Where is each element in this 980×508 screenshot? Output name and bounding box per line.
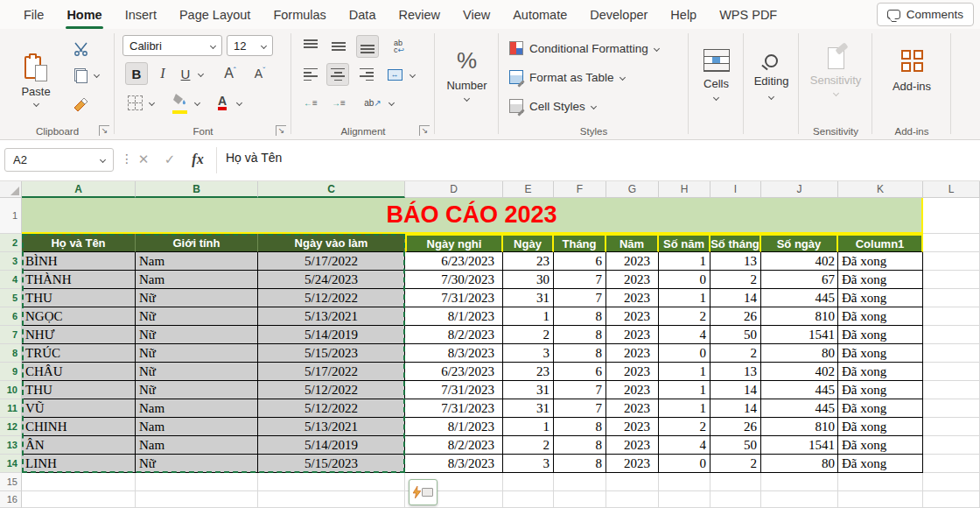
cell-D13[interactable]: 8/2/2023: [405, 436, 503, 455]
cell-E12[interactable]: 1: [503, 418, 554, 436]
cell-B6[interactable]: Nữ: [136, 307, 258, 326]
orientation-button[interactable]: ab↗: [361, 93, 384, 112]
cell-L2[interactable]: [923, 234, 980, 252]
cell-K9[interactable]: Đã xong: [838, 363, 923, 381]
row-header-10[interactable]: 10: [0, 381, 22, 399]
cell-L15[interactable]: [923, 473, 980, 491]
cell-I3[interactable]: 13: [710, 252, 761, 271]
underline-button[interactable]: U: [176, 62, 195, 85]
cell-E11[interactable]: 31: [503, 399, 554, 418]
cell-J13[interactable]: 1541: [761, 436, 838, 455]
col-header-F[interactable]: F: [554, 181, 606, 198]
cell-H8[interactable]: 0: [659, 344, 710, 363]
header-cell-K[interactable]: Column1: [838, 234, 923, 252]
cell-J11[interactable]: 445: [761, 399, 838, 418]
header-cell-D[interactable]: Ngày nghỉ: [405, 234, 503, 252]
cell-D12[interactable]: 8/1/2023: [405, 418, 503, 436]
cell-A9[interactable]: CHÂU: [22, 363, 136, 381]
cell-I16[interactable]: [710, 491, 761, 508]
cell-A11[interactable]: VŨ: [22, 399, 136, 418]
cell-B13[interactable]: Nam: [136, 436, 258, 455]
cell-A8[interactable]: TRÚC: [22, 344, 136, 363]
cell-G3[interactable]: 2023: [606, 252, 659, 271]
row-header-9[interactable]: 9: [0, 363, 22, 381]
orientation-chevron-icon[interactable]: [388, 100, 395, 106]
bold-button[interactable]: B: [125, 62, 148, 85]
col-header-J[interactable]: J: [761, 181, 838, 198]
cell-I5[interactable]: 14: [710, 289, 761, 307]
cell-C3[interactable]: 5/17/2022: [258, 252, 405, 271]
name-box[interactable]: A2: [4, 148, 114, 172]
cells-button[interactable]: Cells: [689, 36, 744, 113]
font-name-select[interactable]: Calibri: [122, 35, 222, 56]
cell-L11[interactable]: [923, 399, 980, 418]
cell-C4[interactable]: 5/24/2023: [258, 271, 405, 289]
cell-A16[interactable]: [22, 491, 136, 508]
row-header-16[interactable]: 16: [0, 491, 22, 508]
col-header-D[interactable]: D: [405, 181, 503, 198]
cell-F5[interactable]: 7: [554, 289, 606, 307]
cell-I14[interactable]: 2: [710, 455, 761, 473]
cell-I15[interactable]: [710, 473, 761, 491]
cell-J14[interactable]: 80: [761, 455, 838, 473]
number-format-button[interactable]: % Number: [435, 34, 499, 113]
addins-button[interactable]: Add-ins: [879, 36, 944, 106]
cell-A14[interactable]: LINH: [22, 455, 136, 473]
decrease-font-button[interactable]: Aˇ: [248, 62, 272, 85]
cell-H6[interactable]: 2: [659, 307, 710, 326]
row-header-12[interactable]: 12: [0, 418, 22, 436]
cell-H12[interactable]: 2: [659, 418, 710, 436]
header-cell-H[interactable]: Số năm: [659, 234, 710, 252]
top-align-button[interactable]: [300, 37, 321, 56]
cell-E8[interactable]: 3: [503, 344, 554, 363]
cell-J7[interactable]: 1541: [761, 326, 838, 344]
cell-K15[interactable]: [838, 473, 923, 491]
cell-K12[interactable]: Đã xong: [838, 418, 923, 436]
cell-J8[interactable]: 80: [761, 344, 838, 363]
row-header-8[interactable]: 8: [0, 344, 22, 363]
cell-F3[interactable]: 6: [554, 252, 606, 271]
format-as-table-button[interactable]: Format as Table: [509, 67, 625, 87]
borders-chevron-icon[interactable]: [149, 100, 155, 106]
cell-J4[interactable]: 67: [761, 271, 838, 289]
cell-C9[interactable]: 5/17/2022: [258, 363, 405, 381]
cell-C11[interactable]: 5/12/2022: [258, 399, 405, 418]
wrap-text-button[interactable]: abc↩: [388, 35, 410, 58]
comments-button[interactable]: Comments: [877, 3, 974, 26]
cancel-button[interactable]: ✕: [133, 149, 154, 170]
cell-J12[interactable]: 810: [761, 418, 838, 436]
cell-J3[interactable]: 402: [761, 252, 838, 271]
cell-K16[interactable]: [838, 491, 923, 508]
cell-I10[interactable]: 14: [710, 381, 761, 399]
cell-F9[interactable]: 6: [554, 363, 606, 381]
copy-button[interactable]: [70, 66, 91, 85]
cell-I13[interactable]: 50: [710, 436, 761, 455]
cell-E10[interactable]: 31: [503, 381, 554, 399]
col-header-B[interactable]: B: [136, 181, 258, 198]
cell-J9[interactable]: 402: [761, 363, 838, 381]
cell-G5[interactable]: 2023: [606, 289, 659, 307]
merge-chevron-icon[interactable]: [410, 72, 416, 78]
cell-K13[interactable]: Đã xong: [838, 436, 923, 455]
header-cell-B[interactable]: Giới tính: [136, 234, 258, 252]
cell-L5[interactable]: [923, 289, 980, 307]
conditional-formatting-button[interactable]: Conditional Formatting: [509, 39, 659, 58]
cell-D10[interactable]: 7/31/2023: [405, 381, 503, 399]
cell-B12[interactable]: Nam: [136, 418, 258, 436]
cell-G12[interactable]: 2023: [606, 418, 659, 436]
cell-L9[interactable]: [923, 363, 980, 381]
cell-A13[interactable]: ÂN: [22, 436, 136, 455]
editing-button[interactable]: Editing: [744, 36, 799, 113]
cell-G8[interactable]: 2023: [606, 344, 659, 363]
decrease-indent-button[interactable]: ←≡: [300, 93, 321, 112]
row-header-15[interactable]: 15: [0, 473, 22, 491]
cell-K10[interactable]: Đã xong: [838, 381, 923, 399]
cut-button[interactable]: [70, 39, 91, 59]
cell-L13[interactable]: [923, 436, 980, 455]
middle-align-button[interactable]: [328, 37, 349, 56]
row-header-6[interactable]: 6: [0, 307, 22, 326]
row-header-1[interactable]: 1: [0, 198, 22, 234]
cell-C15[interactable]: [258, 473, 405, 491]
formula-bar-content[interactable]: Họ và Tên: [226, 151, 282, 165]
cell-L4[interactable]: [923, 271, 980, 289]
